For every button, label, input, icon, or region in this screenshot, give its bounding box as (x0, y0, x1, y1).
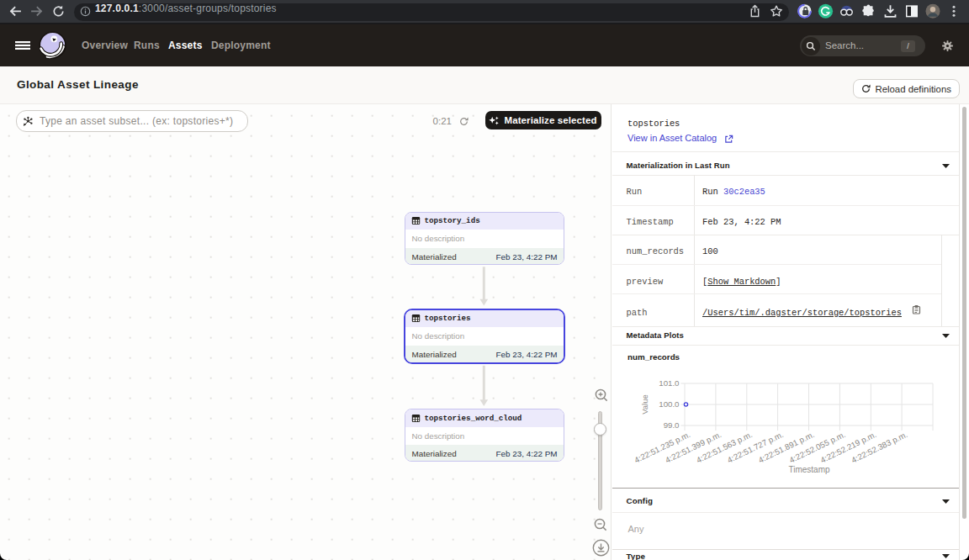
svg-text:100.0: 100.0 (659, 399, 680, 409)
svg-text:Value: Value (640, 394, 649, 415)
svg-text:Timestamp: Timestamp (788, 465, 830, 474)
svg-text:99.0: 99.0 (664, 420, 680, 430)
svg-text:101.0: 101.0 (659, 378, 680, 388)
